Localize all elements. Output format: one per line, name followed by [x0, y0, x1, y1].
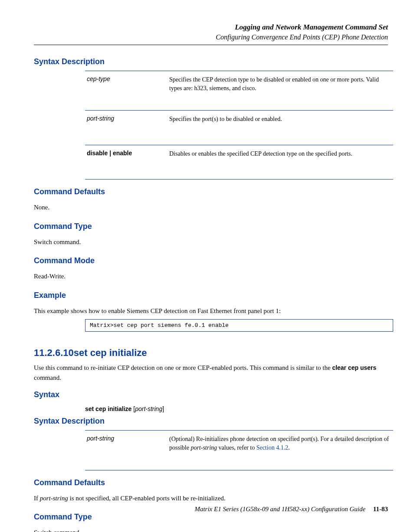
example-title: Example — [34, 291, 388, 300]
command-type-title: Command Type — [34, 222, 388, 231]
desc-cell: Specifies the CEP detection type to be d… — [169, 75, 391, 93]
header-line-1: Logging and Network Management Command S… — [34, 23, 388, 33]
table-row: port-string (Optional) Re-initializes ph… — [85, 430, 393, 470]
desc-cell: Disables or enables the specified CEP de… — [169, 150, 391, 162]
param-cell: cep-type — [87, 75, 169, 93]
syntax-description2-table: port-string (Optional) Re-initializes ph… — [85, 430, 393, 470]
section-name: set cep initialize — [74, 347, 147, 358]
param-cell: disable | enable — [87, 150, 169, 162]
table-row: disable | enable Disables or enables the… — [85, 145, 393, 180]
desc-cell: Specifies the port(s) to be disabled or … — [169, 115, 391, 127]
example-code: Matrix>set cep port siemens fe.0.1 enabl… — [85, 319, 393, 332]
command-type2-title: Command Type — [34, 512, 388, 522]
table-row: cep-type Specifies the CEP detection typ… — [85, 71, 393, 111]
running-header: Logging and Network Management Command S… — [34, 23, 388, 42]
command-type-text: Switch command. — [34, 237, 388, 247]
command-mode-title: Command Mode — [34, 256, 388, 265]
command-description: Use this command to re-initiate CEP dete… — [34, 363, 388, 382]
page-number: 11-83 — [373, 506, 388, 512]
example-text: This example shows how to enable Siemens… — [34, 306, 388, 316]
footer-text: Matrix E1 Series (1G58x-09 and 1H582-xx)… — [194, 506, 365, 512]
header-line-2: Configuring Convergence End Points (CEP)… — [34, 33, 388, 42]
syntax-description2-title: Syntax Description — [34, 417, 388, 426]
command-mode-text: Read-Write. — [34, 271, 388, 281]
command-defaults-title: Command Defaults — [34, 187, 388, 196]
section-number: 11.2.6.10 — [34, 347, 74, 358]
command-type2-text: Switch command. — [34, 528, 388, 532]
header-rule — [34, 45, 388, 45]
param-cell: port-string — [87, 435, 169, 453]
table-row: port-string Specifies the port(s) to be … — [85, 110, 393, 145]
param-cell: port-string — [87, 115, 169, 127]
syntax-title: Syntax — [34, 390, 388, 399]
command-heading: 11.2.6.10set cep initialize — [34, 347, 388, 359]
syntax-description-table: cep-type Specifies the CEP detection typ… — [85, 71, 393, 180]
command-defaults2-title: Command Defaults — [34, 478, 388, 487]
command-defaults2-text: If port-string is not specified, all CEP… — [34, 493, 388, 503]
syntax-line: set cep initialize [port-string] — [85, 405, 388, 412]
desc-cell: (Optional) Re-initializes phone detectio… — [169, 435, 391, 453]
page-footer: Matrix E1 Series (1G58x-09 and 1H582-xx)… — [34, 506, 388, 513]
syntax-description-title: Syntax Description — [34, 57, 388, 66]
command-defaults-text: None. — [34, 202, 388, 212]
